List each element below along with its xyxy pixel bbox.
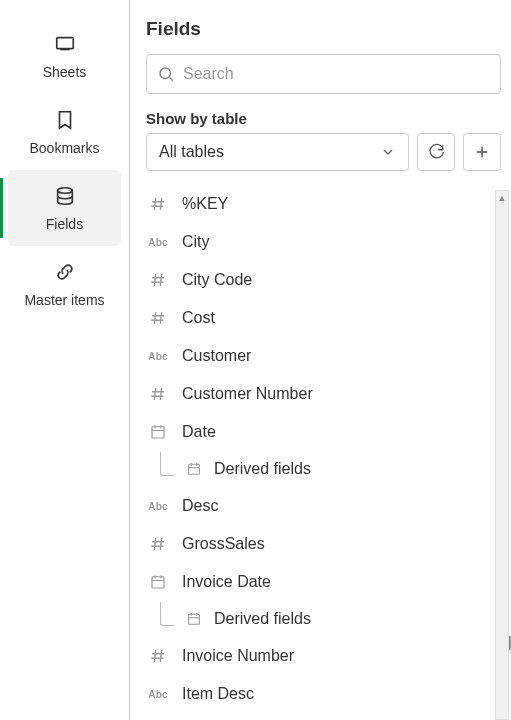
derived-label: Derived fields <box>214 610 311 628</box>
abc-type-icon: Abc <box>146 497 170 515</box>
sidebar-item-bookmarks[interactable]: Bookmarks <box>0 94 129 170</box>
field-row[interactable]: GrossSales <box>146 525 491 563</box>
search-input[interactable] <box>183 65 490 83</box>
sidebar: Sheets Bookmarks Fields Master items <box>0 0 130 720</box>
derived-label: Derived fields <box>214 460 311 478</box>
svg-rect-6 <box>189 614 200 624</box>
field-row[interactable]: AbcCustomer <box>146 337 491 375</box>
fields-panel: Fields Show by table All tables %KEYAbcC… <box>130 0 511 720</box>
field-name: Invoice Number <box>182 647 294 665</box>
field-list[interactable]: %KEYAbcCityCity CodeCostAbcCustomerCusto… <box>146 185 501 720</box>
refresh-button[interactable] <box>417 133 455 171</box>
field-row[interactable]: %KEY <box>146 185 491 223</box>
svg-rect-5 <box>152 577 164 588</box>
abc-type-icon: Abc <box>146 233 170 251</box>
link-icon <box>53 260 77 284</box>
sidebar-item-master-items[interactable]: Master items <box>0 246 129 322</box>
field-row[interactable]: AbcCity <box>146 223 491 261</box>
svg-point-2 <box>160 68 171 79</box>
svg-rect-3 <box>152 427 164 438</box>
field-name: Customer <box>182 347 251 365</box>
panel-title: Fields <box>146 18 501 40</box>
date-type-icon <box>184 611 204 627</box>
num-type-icon <box>146 647 170 665</box>
search-icon <box>157 65 175 83</box>
sidebar-item-label: Master items <box>24 292 104 308</box>
field-name: Invoice Date <box>182 573 271 591</box>
field-row[interactable]: AbcDesc <box>146 487 491 525</box>
table-select[interactable]: All tables <box>146 133 409 171</box>
field-row[interactable]: Invoice Date <box>146 563 491 601</box>
sidebar-item-label: Sheets <box>43 64 87 80</box>
tree-elbow <box>160 602 174 626</box>
sheets-icon <box>53 32 77 56</box>
field-row[interactable]: Date <box>146 413 491 451</box>
field-name: City <box>182 233 210 251</box>
field-name: Date <box>182 423 216 441</box>
database-icon <box>53 184 77 208</box>
field-name: City Code <box>182 271 252 289</box>
abc-type-icon: Abc <box>146 685 170 703</box>
field-row[interactable]: Customer Number <box>146 375 491 413</box>
bookmark-icon <box>53 108 77 132</box>
date-type-icon <box>146 423 170 441</box>
showby-label: Show by table <box>146 110 501 127</box>
svg-point-1 <box>57 188 72 194</box>
chevron-down-icon <box>380 144 396 160</box>
num-type-icon <box>146 271 170 289</box>
num-type-icon <box>146 309 170 327</box>
tree-elbow <box>160 452 174 476</box>
refresh-icon <box>427 143 445 161</box>
sidebar-item-fields[interactable]: Fields <box>8 170 121 246</box>
num-type-icon <box>146 535 170 553</box>
abc-type-icon: Abc <box>146 347 170 365</box>
table-select-value: All tables <box>159 143 224 161</box>
field-name: Customer Number <box>182 385 313 403</box>
field-row[interactable]: Cost <box>146 299 491 337</box>
plus-icon <box>473 143 491 161</box>
sidebar-item-label: Bookmarks <box>29 140 99 156</box>
field-name: %KEY <box>182 195 228 213</box>
field-row[interactable]: City Code <box>146 261 491 299</box>
num-type-icon <box>146 195 170 213</box>
controls-row: All tables <box>146 133 501 171</box>
field-row[interactable]: Invoice Number <box>146 637 491 675</box>
derived-fields-row[interactable]: Derived fields <box>146 601 491 637</box>
num-type-icon <box>146 385 170 403</box>
field-row[interactable]: AbcItem Desc <box>146 675 491 713</box>
date-type-icon <box>146 573 170 591</box>
date-type-icon <box>184 461 204 477</box>
search-box[interactable] <box>146 54 501 94</box>
field-name: Cost <box>182 309 215 327</box>
field-name: GrossSales <box>182 535 265 553</box>
field-name: Item Desc <box>182 685 254 703</box>
svg-rect-0 <box>56 38 73 49</box>
scroll-up-arrow[interactable]: ▲ <box>496 191 508 205</box>
derived-fields-row[interactable]: Derived fields <box>146 451 491 487</box>
sidebar-item-sheets[interactable]: Sheets <box>0 18 129 94</box>
field-name: Desc <box>182 497 218 515</box>
add-button[interactable] <box>463 133 501 171</box>
svg-rect-4 <box>189 464 200 474</box>
sidebar-item-label: Fields <box>46 216 83 232</box>
resize-handle[interactable]: || <box>508 634 509 650</box>
